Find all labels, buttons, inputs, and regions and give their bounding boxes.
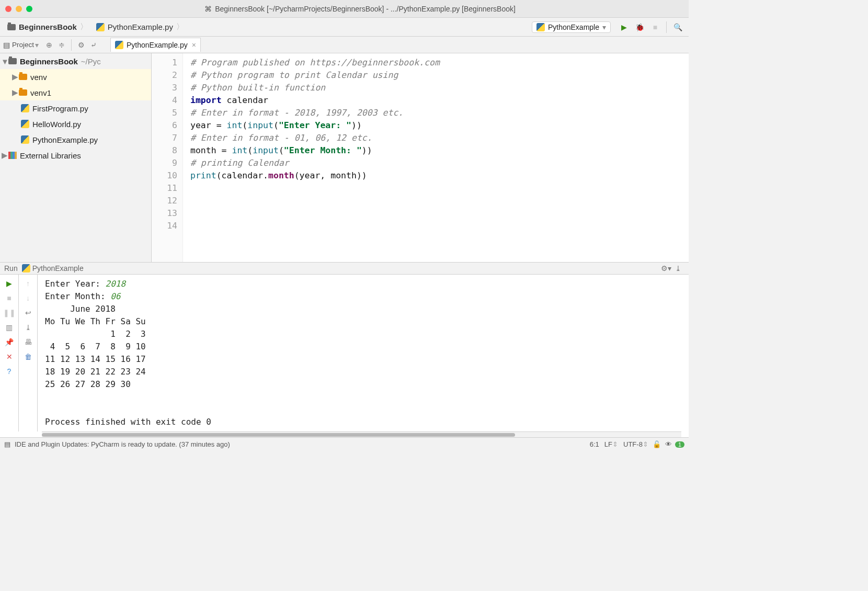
stop-button: ■ [649, 23, 661, 31]
folder-icon [19, 89, 27, 96]
run-button[interactable]: ▶ [618, 23, 630, 31]
tree-item-file[interactable]: PythonExample.py [0, 132, 151, 147]
run-config-label: PythonExample [548, 23, 599, 31]
breadcrumb-project[interactable]: BeginnersBook 〉 [3, 20, 92, 34]
editor-gutter: 1234567891011121314 [152, 53, 183, 262]
app-icon: ⌘ [204, 5, 212, 13]
tree-item-label: venv1 [30, 88, 51, 97]
python-file-icon [21, 104, 29, 112]
expand-toggle-icon[interactable]: ▶ [1, 151, 8, 160]
editor-tab[interactable]: PythonExample.py × [110, 38, 201, 52]
help-icon[interactable]: ? [5, 367, 14, 376]
search-everywhere-button[interactable]: 🔍 [672, 23, 683, 31]
scroll-to-end-icon[interactable]: ⤓ [24, 323, 33, 332]
collapse-all-icon[interactable]: ≑ [57, 41, 66, 49]
layout-icon[interactable]: ▥ [5, 323, 14, 332]
close-tab-icon[interactable]: × [192, 41, 196, 49]
tree-root-name: BeginnersBook [20, 57, 78, 66]
folder-icon [7, 24, 16, 30]
inspector-icon[interactable]: 👁 [665, 440, 672, 448]
chevron-right-icon: 〉 [176, 22, 184, 32]
settings-icon[interactable]: ⚙ [76, 41, 86, 49]
line-separator[interactable]: LF⇕ [604, 440, 618, 448]
python-file-icon [21, 120, 29, 128]
console-output[interactable]: Enter Year: 2018Enter Month: 06 June 201… [38, 275, 689, 431]
breadcrumb-file-label: PythonExample.py [108, 22, 173, 31]
stop-button: ■ [5, 293, 14, 303]
debug-button[interactable]: 🐞 [634, 23, 645, 31]
python-file-icon [21, 135, 29, 144]
close-window-button[interactable] [5, 6, 12, 12]
tree-external-libraries[interactable]: ▶ External Libraries [0, 147, 151, 163]
window-titlebar: ⌘ BeginnersBook [~/PycharmProjects/Begin… [0, 0, 689, 18]
tree-item-label: FirstProgram.py [32, 104, 88, 113]
expand-toggle-icon[interactable]: ▼ [1, 57, 8, 66]
run-configuration-selector[interactable]: PythonExample ▾ [532, 21, 611, 33]
tree-item-label: venv [30, 73, 47, 82]
editor-code[interactable]: # Program published on https://beginners… [183, 53, 440, 262]
breadcrumb-file[interactable]: PythonExample.py 〉 [92, 20, 188, 34]
minimize-window-button[interactable] [16, 6, 22, 12]
lock-icon[interactable]: 🔓 [653, 440, 661, 448]
chevron-down-icon: ▾ [602, 23, 606, 31]
print-icon[interactable]: 🖶 [24, 337, 33, 347]
chevron-down-icon: ▾ [35, 41, 39, 49]
python-file-icon [536, 23, 545, 31]
run-label: Run [4, 264, 18, 272]
project-toolbar: ▤ Project ▾ ⊕ ≑ ⚙ ⤶ PythonExample.py × [0, 37, 689, 53]
maximize-window-button[interactable] [26, 6, 32, 12]
python-file-icon [96, 23, 105, 31]
tree-item-label: External Libraries [20, 151, 81, 160]
pause-button[interactable]: ❚❚ [5, 308, 14, 317]
breadcrumb-project-label: BeginnersBook [19, 22, 77, 31]
tree-item-file[interactable]: HelloWorld.py [0, 116, 151, 132]
tree-item-label: PythonExample.py [32, 135, 98, 144]
status-bar: ▤ IDE and Plugin Updates: PyCharm is rea… [0, 437, 689, 451]
encoding[interactable]: UTF-8⇕ [623, 440, 648, 448]
tree-item-label: HelloWorld.py [32, 120, 81, 129]
editor-tab-label: PythonExample.py [127, 41, 188, 49]
separator [71, 39, 72, 51]
scroll-from-source-icon[interactable]: ⊕ [44, 41, 54, 49]
folder-icon [8, 58, 17, 64]
notifications-badge[interactable]: 1 [675, 441, 684, 448]
breadcrumb: BeginnersBook 〉 PythonExample.py 〉 [3, 20, 532, 34]
expand-toggle-icon[interactable]: ▶ [12, 72, 19, 82]
editor-area[interactable]: 1234567891011121314 # Program published … [152, 53, 689, 262]
project-label: Project [12, 41, 34, 49]
hide-icon[interactable]: ⤶ [89, 41, 98, 49]
window-title: BeginnersBook [~/PycharmProjects/Beginne… [215, 5, 516, 13]
tree-root-path: ~/Pyc [81, 57, 101, 66]
python-file-icon [22, 264, 30, 272]
expand-toggle-icon[interactable]: ▶ [12, 88, 19, 97]
run-tool-header[interactable]: Run PythonExample ⚙▾ ⤓ [0, 263, 689, 275]
up-icon[interactable]: ↑ [24, 279, 33, 288]
down-icon[interactable]: ↓ [24, 293, 33, 303]
run-left-toolbar-2: ↑ ↓ ↩ ⤓ 🖶 🗑 [19, 275, 38, 431]
project-tool-button[interactable]: ▤ Project ▾ [3, 41, 39, 49]
download-icon[interactable]: ⤓ [673, 264, 683, 272]
rerun-button[interactable]: ▶ [5, 279, 14, 288]
tree-item-folder[interactable]: ▶ venv [0, 69, 151, 85]
soft-wrap-icon[interactable]: ↩ [24, 308, 33, 317]
run-config-name: PythonExample [32, 264, 84, 272]
run-left-toolbar: ▶ ■ ❚❚ ▥ 📌 ✕ ? [0, 275, 19, 431]
pin-icon[interactable]: 📌 [5, 337, 14, 347]
close-icon[interactable]: ✕ [5, 352, 14, 361]
chevron-right-icon: 〉 [80, 22, 88, 32]
events-icon[interactable]: ▤ [4, 440, 10, 448]
tree-root[interactable]: ▼ BeginnersBook ~/Pyc [0, 53, 151, 69]
navigation-bar: BeginnersBook 〉 PythonExample.py 〉 Pytho… [0, 18, 689, 37]
caret-position[interactable]: 6:1 [590, 440, 599, 448]
python-file-icon [115, 41, 123, 49]
settings-icon[interactable]: ⚙▾ [661, 264, 670, 272]
libraries-icon [8, 152, 17, 159]
tree-item-folder[interactable]: ▶ venv1 [0, 85, 151, 100]
tree-item-file[interactable]: FirstProgram.py [0, 100, 151, 116]
trash-icon[interactable]: 🗑 [24, 352, 33, 361]
separator [666, 21, 667, 33]
run-tool-window: Run PythonExample ⚙▾ ⤓ ▶ ■ ❚❚ ▥ 📌 ✕ ? ↑ … [0, 262, 689, 437]
status-message[interactable]: IDE and Plugin Updates: PyCharm is ready… [15, 440, 230, 448]
project-view-icon: ▤ [3, 41, 10, 49]
project-tree[interactable]: ▼ BeginnersBook ~/Pyc ▶ venv ▶ venv1 Fir… [0, 53, 152, 262]
